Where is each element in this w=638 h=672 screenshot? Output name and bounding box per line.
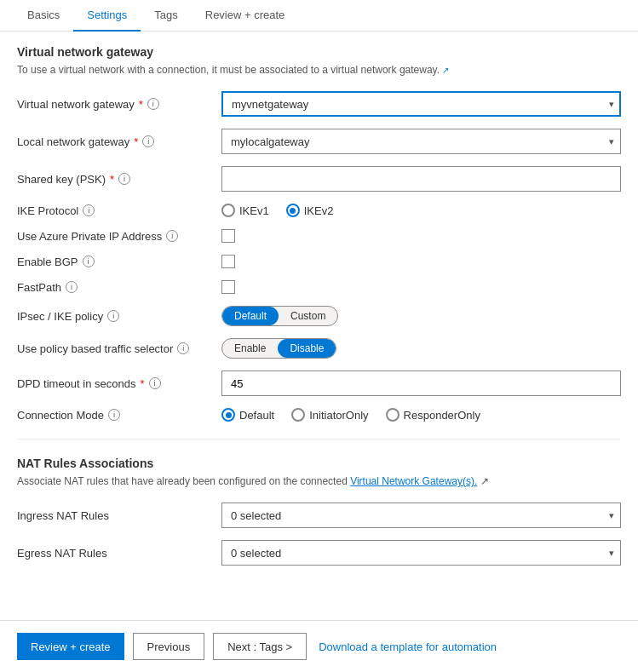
- lng-dropdown-wrapper: mylocalgateway ▾: [221, 129, 621, 154]
- review-create-button[interactable]: Review + create: [17, 633, 124, 660]
- dpd-info-icon[interactable]: i: [149, 377, 161, 389]
- dpd-label: DPD timeout in seconds * i: [17, 377, 221, 390]
- conn-mode-radio-group: Default InitiatorOnly ResponderOnly: [221, 408, 621, 422]
- vng-dropdown-wrapper: myvnetgateway ▾: [221, 91, 621, 117]
- bgp-label: Enable BGP i: [17, 256, 221, 268]
- psk-input-wrapper: [221, 166, 621, 192]
- egress-nat-dropdown-arrow: ▾: [609, 548, 614, 559]
- policy-traffic-row: Use policy based traffic selector i Enab…: [17, 338, 621, 359]
- vng-required: *: [139, 98, 143, 111]
- ingress-nat-row: Ingress NAT Rules 0 selected ▾: [17, 503, 621, 528]
- egress-nat-dropdown[interactable]: 0 selected: [221, 540, 621, 566]
- conn-mode-responder[interactable]: ResponderOnly: [386, 408, 480, 422]
- egress-nat-value: 0 selected: [231, 547, 281, 560]
- lng-row: Local network gateway * i mylocalgateway…: [17, 129, 621, 154]
- dpd-row: DPD timeout in seconds * i: [17, 370, 621, 396]
- dpd-input[interactable]: [221, 370, 621, 396]
- vng-section-link[interactable]: ↗: [442, 64, 449, 76]
- ike-radio-group: IKEv1 IKEv2: [221, 204, 621, 217]
- lng-required: *: [134, 135, 138, 148]
- conn-mode-responder-label: ResponderOnly: [404, 409, 480, 422]
- tab-basics[interactable]: Basics: [14, 0, 73, 32]
- lng-dropdown-arrow: ▾: [609, 136, 614, 147]
- conn-mode-default[interactable]: Default: [221, 408, 274, 422]
- vng-info-icon[interactable]: i: [147, 98, 159, 110]
- download-template-link[interactable]: Download a template for automation: [315, 635, 500, 658]
- azure-ip-info-icon[interactable]: i: [166, 230, 178, 242]
- section-divider: [17, 439, 621, 439]
- psk-info-icon[interactable]: i: [118, 173, 130, 185]
- conn-mode-initiator-radio[interactable]: [291, 408, 305, 422]
- policy-traffic-toggle-group: Enable Disable: [221, 338, 621, 359]
- policy-traffic-enable-option[interactable]: Enable: [222, 339, 278, 358]
- ike-ikev2-radio[interactable]: [286, 204, 300, 217]
- tab-review-create[interactable]: Review + create: [192, 0, 299, 32]
- bgp-checkbox[interactable]: [221, 255, 235, 268]
- vng-row: Virtual network gateway * i myvnetgatewa…: [17, 91, 621, 117]
- footer: Review + create Previous Next : Tags > D…: [0, 620, 638, 672]
- ike-ikev2-label: IKEv2: [304, 204, 334, 217]
- psk-required: *: [110, 173, 114, 186]
- ike-ikev2[interactable]: IKEv2: [286, 204, 334, 217]
- ingress-nat-dropdown-wrapper: 0 selected ▾: [221, 503, 621, 528]
- policy-traffic-disable-option[interactable]: Disable: [278, 339, 336, 358]
- conn-mode-label: Connection Mode i: [17, 409, 221, 422]
- vng-dropdown-value: myvnetgateway: [232, 98, 308, 111]
- conn-mode-responder-radio[interactable]: [386, 408, 399, 422]
- nat-section: NAT Rules Associations Associate NAT rul…: [17, 457, 621, 566]
- fastpath-label: FastPath i: [17, 281, 221, 294]
- vng-label: Virtual network gateway * i: [17, 98, 221, 111]
- tab-settings[interactable]: Settings: [73, 0, 141, 32]
- egress-nat-dropdown-wrapper: 0 selected ▾: [221, 540, 621, 566]
- lng-label: Local network gateway * i: [17, 135, 221, 148]
- nat-section-title: NAT Rules Associations: [17, 457, 621, 470]
- ipsec-custom-option[interactable]: Custom: [279, 307, 337, 325]
- conn-mode-default-radio[interactable]: [221, 408, 235, 422]
- dpd-input-wrapper: [221, 370, 621, 396]
- azure-ip-checkbox-wrapper: [221, 229, 621, 243]
- fastpath-info-icon[interactable]: i: [66, 281, 78, 293]
- lng-info-icon[interactable]: i: [142, 135, 154, 147]
- psk-label: Shared key (PSK) * i: [17, 173, 221, 186]
- tab-tags[interactable]: Tags: [141, 0, 191, 32]
- conn-mode-info-icon[interactable]: i: [108, 409, 120, 421]
- ike-ikev1-label: IKEv1: [239, 204, 269, 217]
- policy-traffic-label: Use policy based traffic selector i: [17, 342, 221, 355]
- nat-section-link[interactable]: Virtual Network Gateway(s).: [350, 475, 477, 487]
- ike-label: IKE Protocol i: [17, 204, 221, 217]
- ingress-nat-dropdown-arrow: ▾: [609, 510, 614, 521]
- azure-ip-row: Use Azure Private IP Address i: [17, 229, 621, 243]
- ike-ikev1[interactable]: IKEv1: [221, 204, 269, 217]
- vng-dropdown[interactable]: myvnetgateway: [221, 91, 621, 117]
- bgp-info-icon[interactable]: i: [83, 256, 95, 267]
- previous-button[interactable]: Previous: [133, 633, 205, 660]
- azure-ip-checkbox[interactable]: [221, 229, 235, 243]
- vng-section-desc: To use a virtual network with a connecti…: [17, 64, 621, 76]
- ipsec-default-option[interactable]: Default: [222, 307, 279, 325]
- egress-nat-row: Egress NAT Rules 0 selected ▾: [17, 540, 621, 566]
- ingress-nat-dropdown[interactable]: 0 selected: [221, 503, 621, 528]
- psk-input[interactable]: [221, 166, 621, 192]
- conn-mode-initiator[interactable]: InitiatorOnly: [291, 408, 368, 422]
- next-button[interactable]: Next : Tags >: [213, 633, 307, 660]
- psk-row: Shared key (PSK) * i: [17, 166, 621, 192]
- tab-bar: Basics Settings Tags Review + create: [0, 0, 638, 32]
- azure-ip-label: Use Azure Private IP Address i: [17, 230, 221, 243]
- lng-dropdown-value: mylocalgateway: [231, 135, 310, 148]
- ike-info-icon[interactable]: i: [83, 204, 95, 216]
- policy-traffic-info-icon[interactable]: i: [177, 342, 189, 354]
- ipsec-info-icon[interactable]: i: [107, 310, 119, 322]
- fastpath-checkbox[interactable]: [221, 280, 235, 294]
- conn-mode-row: Connection Mode i Default InitiatorOnly: [17, 408, 621, 422]
- lng-dropdown[interactable]: mylocalgateway: [221, 129, 621, 154]
- nat-section-desc: Associate NAT rules that have already be…: [17, 475, 621, 487]
- conn-mode-default-label: Default: [239, 409, 274, 422]
- egress-nat-label: Egress NAT Rules: [17, 547, 221, 560]
- conn-mode-initiator-label: InitiatorOnly: [309, 409, 368, 422]
- ike-ikev1-radio[interactable]: [221, 204, 235, 217]
- dpd-required: *: [140, 377, 144, 390]
- vng-dropdown-arrow: ▾: [609, 99, 614, 110]
- ingress-nat-label: Ingress NAT Rules: [17, 509, 221, 522]
- vng-section-title: Virtual network gateway: [17, 45, 621, 59]
- ipsec-toggle-group: Default Custom: [221, 306, 621, 326]
